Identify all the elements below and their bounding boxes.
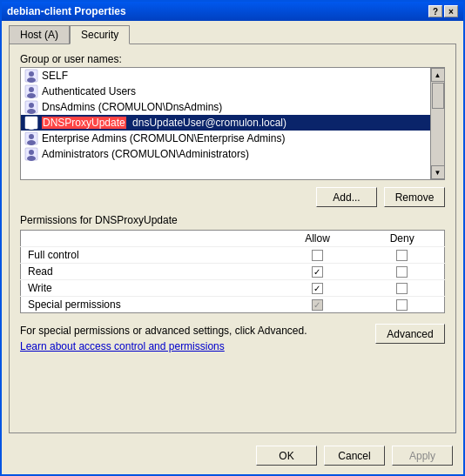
users-list-inner: SELF Authenticated Users — [21, 68, 430, 179]
checkbox-deny-read[interactable] — [396, 266, 408, 278]
permissions-table: Allow Deny Full control — [20, 230, 445, 313]
scroll-up[interactable]: ▲ — [431, 68, 445, 82]
scroll-thumb[interactable] — [432, 83, 444, 109]
user-name: Authenticated Users — [42, 85, 136, 97]
user-name-extra: dnsUpdateUser@cromulon.local) — [130, 117, 286, 129]
checkbox-deny-special[interactable] — [396, 299, 408, 311]
footer-buttons: OK Cancel Apply — [2, 440, 463, 474]
title-bar: debian-client Properties ? × — [2, 2, 463, 21]
svg-point-11 — [27, 124, 36, 130]
perm-deny-special — [360, 297, 444, 313]
perm-deny-write — [360, 280, 444, 297]
list-item[interactable]: Administrators (CROMULON\Administrators) — [21, 146, 430, 162]
user-icon — [24, 116, 38, 130]
remove-button[interactable]: Remove — [384, 187, 445, 207]
perm-row-write: Write — [21, 280, 445, 297]
perm-row-fullcontrol: Full control — [21, 247, 445, 264]
permissions-label: Permissions for DNSProxyUpdate — [20, 214, 445, 226]
user-icon — [24, 69, 38, 83]
list-item[interactable]: Authenticated Users — [21, 84, 430, 99]
perm-allow-fullcontrol — [275, 247, 361, 264]
user-name: Administrators (CROMULON\Administrators) — [42, 148, 249, 160]
perm-row-special: Special permissions — [21, 297, 445, 313]
group-label: Group or user names: — [20, 53, 445, 65]
advanced-info-text: For special permissions or advanced sett… — [20, 324, 368, 339]
perm-col-allow: Allow — [275, 231, 361, 247]
user-icon — [24, 131, 38, 145]
svg-point-13 — [29, 134, 34, 139]
tab-host[interactable]: Host (A) — [9, 25, 70, 44]
users-list-wrapper: SELF Authenticated Users — [20, 67, 445, 180]
perm-name: Full control — [21, 247, 275, 264]
svg-point-4 — [29, 87, 34, 92]
svg-point-8 — [27, 109, 36, 114]
checkbox-allow-fullcontrol[interactable] — [312, 250, 323, 261]
ok-button[interactable]: OK — [256, 446, 317, 466]
add-remove-row: Add... Remove — [20, 187, 445, 207]
svg-point-16 — [29, 150, 34, 155]
learn-link[interactable]: Learn about access control and permissio… — [20, 340, 225, 352]
close-button[interactable]: × — [444, 5, 458, 17]
svg-point-17 — [27, 156, 36, 161]
checkbox-allow-special[interactable] — [312, 299, 323, 311]
perm-deny-fullcontrol — [360, 247, 444, 264]
tab-content-security: Group or user names: SELF — [9, 44, 456, 433]
title-bar-buttons: ? × — [428, 5, 458, 17]
tabs-bar: Host (A) Security — [2, 21, 463, 44]
svg-point-1 — [29, 71, 34, 77]
svg-point-2 — [27, 77, 36, 83]
user-name: DnsAdmins (CROMULON\DnsAdmins) — [42, 101, 222, 113]
svg-point-10 — [29, 118, 34, 124]
list-item[interactable]: Enterprise Admins (CROMULON\Enterprise A… — [21, 131, 430, 146]
perm-col-deny: Deny — [360, 231, 444, 247]
advanced-section: For special permissions or advanced sett… — [20, 324, 445, 352]
window-title: debian-client Properties — [7, 5, 126, 17]
perm-name: Read — [21, 264, 275, 280]
add-button[interactable]: Add... — [316, 187, 377, 207]
perm-deny-read — [360, 264, 444, 280]
window: debian-client Properties ? × Host (A) Se… — [0, 0, 465, 476]
scroll-down[interactable]: ▼ — [431, 165, 445, 179]
perm-name: Special permissions — [21, 297, 275, 313]
scrollbar[interactable]: ▲ ▼ — [430, 68, 444, 179]
user-name: SELF — [42, 70, 68, 82]
user-icon — [24, 84, 38, 98]
user-icon — [24, 100, 38, 114]
checkbox-allow-read[interactable] — [312, 266, 323, 278]
group-section: Group or user names: SELF — [20, 53, 445, 180]
user-icon — [24, 147, 38, 161]
perm-col-name — [21, 231, 275, 247]
list-item[interactable]: DnsAdmins (CROMULON\DnsAdmins) — [21, 99, 430, 115]
perm-allow-special — [275, 297, 361, 313]
permissions-section: Permissions for DNSProxyUpdate Allow Den… — [20, 214, 445, 313]
cancel-button[interactable]: Cancel — [324, 446, 385, 466]
advanced-text-group: For special permissions or advanced sett… — [20, 324, 368, 352]
list-item[interactable]: SELF — [21, 68, 430, 84]
tab-security[interactable]: Security — [70, 25, 130, 44]
user-name-highlight: DNSProxyUpdate — [42, 117, 126, 129]
perm-allow-read — [275, 264, 361, 280]
svg-point-7 — [29, 103, 34, 108]
list-item-selected[interactable]: DNSProxyUpdate dnsUpdateUser@cromulon.lo… — [21, 115, 430, 131]
checkbox-deny-write[interactable] — [396, 283, 408, 294]
checkbox-deny-fullcontrol[interactable] — [396, 250, 408, 261]
svg-point-5 — [27, 93, 36, 98]
advanced-button[interactable]: Advanced — [375, 324, 445, 344]
help-button[interactable]: ? — [428, 5, 442, 17]
perm-allow-write — [275, 280, 361, 297]
apply-button[interactable]: Apply — [392, 446, 453, 466]
checkbox-allow-write[interactable] — [312, 283, 323, 294]
users-list: SELF Authenticated Users — [21, 68, 430, 162]
user-name: Enterprise Admins (CROMULON\Enterprise A… — [42, 132, 285, 144]
perm-name: Write — [21, 280, 275, 297]
perm-row-read: Read — [21, 264, 445, 280]
svg-point-14 — [27, 140, 36, 145]
